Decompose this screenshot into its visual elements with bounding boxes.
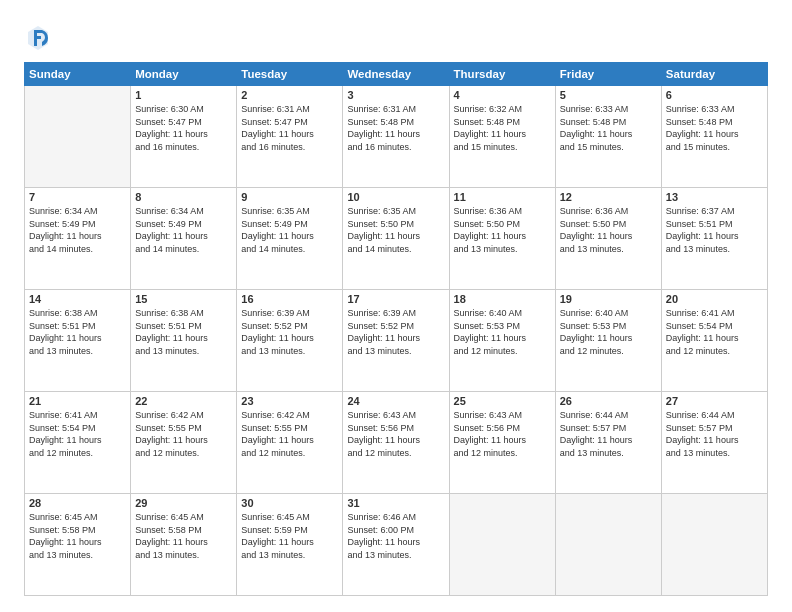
- calendar-cell: 23Sunrise: 6:42 AM Sunset: 5:55 PM Dayli…: [237, 392, 343, 494]
- day-info: Sunrise: 6:45 AM Sunset: 5:59 PM Dayligh…: [241, 511, 338, 561]
- day-number: 9: [241, 191, 338, 203]
- day-info: Sunrise: 6:46 AM Sunset: 6:00 PM Dayligh…: [347, 511, 444, 561]
- day-number: 25: [454, 395, 551, 407]
- day-info: Sunrise: 6:33 AM Sunset: 5:48 PM Dayligh…: [560, 103, 657, 153]
- calendar-cell: 18Sunrise: 6:40 AM Sunset: 5:53 PM Dayli…: [449, 290, 555, 392]
- weekday-header-sunday: Sunday: [25, 63, 131, 86]
- day-number: 24: [347, 395, 444, 407]
- day-info: Sunrise: 6:35 AM Sunset: 5:49 PM Dayligh…: [241, 205, 338, 255]
- logo-icon: [24, 24, 52, 52]
- day-number: 12: [560, 191, 657, 203]
- header: [24, 20, 768, 52]
- calendar-cell: 31Sunrise: 6:46 AM Sunset: 6:00 PM Dayli…: [343, 494, 449, 596]
- calendar-cell: 22Sunrise: 6:42 AM Sunset: 5:55 PM Dayli…: [131, 392, 237, 494]
- day-number: 28: [29, 497, 126, 509]
- day-info: Sunrise: 6:38 AM Sunset: 5:51 PM Dayligh…: [135, 307, 232, 357]
- day-info: Sunrise: 6:38 AM Sunset: 5:51 PM Dayligh…: [29, 307, 126, 357]
- calendar-cell: 15Sunrise: 6:38 AM Sunset: 5:51 PM Dayli…: [131, 290, 237, 392]
- calendar-cell: [555, 494, 661, 596]
- calendar-cell: 10Sunrise: 6:35 AM Sunset: 5:50 PM Dayli…: [343, 188, 449, 290]
- day-number: 3: [347, 89, 444, 101]
- day-info: Sunrise: 6:43 AM Sunset: 5:56 PM Dayligh…: [347, 409, 444, 459]
- day-number: 27: [666, 395, 763, 407]
- weekday-header-monday: Monday: [131, 63, 237, 86]
- calendar-cell: [661, 494, 767, 596]
- day-info: Sunrise: 6:36 AM Sunset: 5:50 PM Dayligh…: [454, 205, 551, 255]
- day-number: 10: [347, 191, 444, 203]
- calendar-cell: [25, 86, 131, 188]
- calendar-cell: 7Sunrise: 6:34 AM Sunset: 5:49 PM Daylig…: [25, 188, 131, 290]
- calendar-cell: 13Sunrise: 6:37 AM Sunset: 5:51 PM Dayli…: [661, 188, 767, 290]
- day-info: Sunrise: 6:34 AM Sunset: 5:49 PM Dayligh…: [135, 205, 232, 255]
- day-number: 8: [135, 191, 232, 203]
- calendar-cell: 25Sunrise: 6:43 AM Sunset: 5:56 PM Dayli…: [449, 392, 555, 494]
- week-row-2: 14Sunrise: 6:38 AM Sunset: 5:51 PM Dayli…: [25, 290, 768, 392]
- day-number: 4: [454, 89, 551, 101]
- weekday-header-saturday: Saturday: [661, 63, 767, 86]
- calendar-cell: 11Sunrise: 6:36 AM Sunset: 5:50 PM Dayli…: [449, 188, 555, 290]
- calendar-cell: 17Sunrise: 6:39 AM Sunset: 5:52 PM Dayli…: [343, 290, 449, 392]
- calendar-cell: 3Sunrise: 6:31 AM Sunset: 5:48 PM Daylig…: [343, 86, 449, 188]
- calendar-cell: 19Sunrise: 6:40 AM Sunset: 5:53 PM Dayli…: [555, 290, 661, 392]
- day-info: Sunrise: 6:33 AM Sunset: 5:48 PM Dayligh…: [666, 103, 763, 153]
- day-info: Sunrise: 6:41 AM Sunset: 5:54 PM Dayligh…: [666, 307, 763, 357]
- day-info: Sunrise: 6:45 AM Sunset: 5:58 PM Dayligh…: [135, 511, 232, 561]
- day-number: 1: [135, 89, 232, 101]
- logo: [24, 24, 56, 52]
- weekday-header-wednesday: Wednesday: [343, 63, 449, 86]
- day-info: Sunrise: 6:39 AM Sunset: 5:52 PM Dayligh…: [347, 307, 444, 357]
- calendar-cell: 4Sunrise: 6:32 AM Sunset: 5:48 PM Daylig…: [449, 86, 555, 188]
- calendar-cell: 28Sunrise: 6:45 AM Sunset: 5:58 PM Dayli…: [25, 494, 131, 596]
- day-number: 20: [666, 293, 763, 305]
- day-info: Sunrise: 6:41 AM Sunset: 5:54 PM Dayligh…: [29, 409, 126, 459]
- calendar-table: SundayMondayTuesdayWednesdayThursdayFrid…: [24, 62, 768, 596]
- calendar-cell: 26Sunrise: 6:44 AM Sunset: 5:57 PM Dayli…: [555, 392, 661, 494]
- day-info: Sunrise: 6:32 AM Sunset: 5:48 PM Dayligh…: [454, 103, 551, 153]
- calendar-cell: 14Sunrise: 6:38 AM Sunset: 5:51 PM Dayli…: [25, 290, 131, 392]
- day-number: 2: [241, 89, 338, 101]
- day-info: Sunrise: 6:30 AM Sunset: 5:47 PM Dayligh…: [135, 103, 232, 153]
- day-info: Sunrise: 6:44 AM Sunset: 5:57 PM Dayligh…: [666, 409, 763, 459]
- day-info: Sunrise: 6:40 AM Sunset: 5:53 PM Dayligh…: [454, 307, 551, 357]
- day-number: 31: [347, 497, 444, 509]
- day-number: 14: [29, 293, 126, 305]
- day-info: Sunrise: 6:31 AM Sunset: 5:47 PM Dayligh…: [241, 103, 338, 153]
- day-info: Sunrise: 6:42 AM Sunset: 5:55 PM Dayligh…: [135, 409, 232, 459]
- day-info: Sunrise: 6:36 AM Sunset: 5:50 PM Dayligh…: [560, 205, 657, 255]
- calendar-cell: 9Sunrise: 6:35 AM Sunset: 5:49 PM Daylig…: [237, 188, 343, 290]
- day-info: Sunrise: 6:35 AM Sunset: 5:50 PM Dayligh…: [347, 205, 444, 255]
- calendar-cell: 29Sunrise: 6:45 AM Sunset: 5:58 PM Dayli…: [131, 494, 237, 596]
- day-info: Sunrise: 6:45 AM Sunset: 5:58 PM Dayligh…: [29, 511, 126, 561]
- calendar-cell: 1Sunrise: 6:30 AM Sunset: 5:47 PM Daylig…: [131, 86, 237, 188]
- calendar-cell: 5Sunrise: 6:33 AM Sunset: 5:48 PM Daylig…: [555, 86, 661, 188]
- weekday-header-row: SundayMondayTuesdayWednesdayThursdayFrid…: [25, 63, 768, 86]
- page: SundayMondayTuesdayWednesdayThursdayFrid…: [0, 0, 792, 612]
- calendar-cell: 8Sunrise: 6:34 AM Sunset: 5:49 PM Daylig…: [131, 188, 237, 290]
- calendar-cell: 20Sunrise: 6:41 AM Sunset: 5:54 PM Dayli…: [661, 290, 767, 392]
- day-number: 17: [347, 293, 444, 305]
- calendar-cell: 2Sunrise: 6:31 AM Sunset: 5:47 PM Daylig…: [237, 86, 343, 188]
- day-number: 6: [666, 89, 763, 101]
- day-number: 13: [666, 191, 763, 203]
- calendar-cell: 24Sunrise: 6:43 AM Sunset: 5:56 PM Dayli…: [343, 392, 449, 494]
- day-info: Sunrise: 6:42 AM Sunset: 5:55 PM Dayligh…: [241, 409, 338, 459]
- calendar-cell: 27Sunrise: 6:44 AM Sunset: 5:57 PM Dayli…: [661, 392, 767, 494]
- day-number: 18: [454, 293, 551, 305]
- weekday-header-thursday: Thursday: [449, 63, 555, 86]
- day-number: 7: [29, 191, 126, 203]
- day-number: 15: [135, 293, 232, 305]
- day-number: 21: [29, 395, 126, 407]
- day-number: 30: [241, 497, 338, 509]
- calendar-cell: 30Sunrise: 6:45 AM Sunset: 5:59 PM Dayli…: [237, 494, 343, 596]
- week-row-3: 21Sunrise: 6:41 AM Sunset: 5:54 PM Dayli…: [25, 392, 768, 494]
- calendar-cell: 12Sunrise: 6:36 AM Sunset: 5:50 PM Dayli…: [555, 188, 661, 290]
- week-row-1: 7Sunrise: 6:34 AM Sunset: 5:49 PM Daylig…: [25, 188, 768, 290]
- week-row-4: 28Sunrise: 6:45 AM Sunset: 5:58 PM Dayli…: [25, 494, 768, 596]
- weekday-header-friday: Friday: [555, 63, 661, 86]
- day-number: 11: [454, 191, 551, 203]
- day-info: Sunrise: 6:44 AM Sunset: 5:57 PM Dayligh…: [560, 409, 657, 459]
- day-info: Sunrise: 6:31 AM Sunset: 5:48 PM Dayligh…: [347, 103, 444, 153]
- day-info: Sunrise: 6:39 AM Sunset: 5:52 PM Dayligh…: [241, 307, 338, 357]
- day-info: Sunrise: 6:40 AM Sunset: 5:53 PM Dayligh…: [560, 307, 657, 357]
- day-number: 22: [135, 395, 232, 407]
